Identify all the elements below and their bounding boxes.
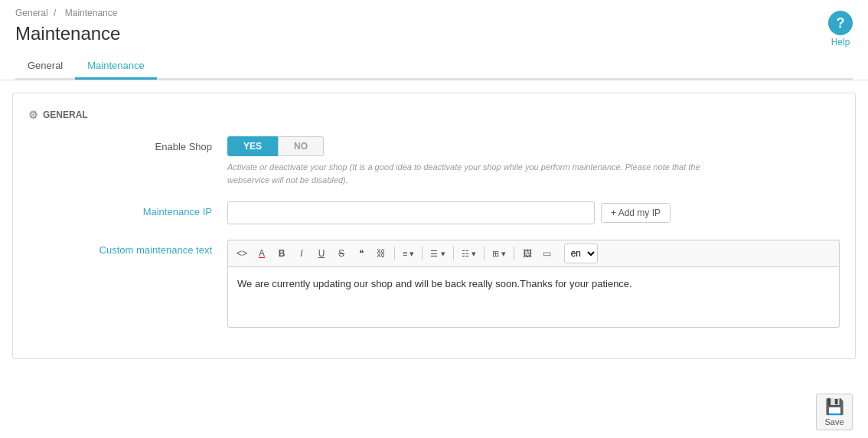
- image-icon[interactable]: 🖼: [518, 244, 537, 263]
- align-dropdown[interactable]: ≡ ▾: [399, 244, 418, 263]
- custom-text-label: Custom maintenance text: [28, 240, 227, 256]
- gear-icon: ⚙: [28, 109, 38, 121]
- save-area: 💾 Save: [816, 394, 853, 430]
- tab-maintenance[interactable]: Maintenance: [75, 54, 156, 80]
- breadcrumb-current: Maintenance: [65, 8, 118, 18]
- toolbar-sep-2: [422, 247, 423, 260]
- font-color-icon[interactable]: A: [253, 244, 271, 263]
- editor-toolbar: <> A B I U S ❝ ⛓ ≡ ▾ ☰ ▾ ☷ ▾: [227, 240, 840, 266]
- link-icon[interactable]: ⛓: [372, 244, 390, 263]
- unordered-list-dropdown[interactable]: ☰ ▾: [426, 244, 449, 263]
- breadcrumb-separator: /: [54, 8, 56, 18]
- language-select[interactable]: en: [564, 244, 598, 263]
- editor-content: We are currently updating our shop and w…: [237, 278, 632, 289]
- maintenance-ip-label: Maintenance IP: [28, 201, 227, 217]
- toolbar-sep-5: [514, 247, 514, 260]
- breadcrumb-parent[interactable]: General: [15, 8, 48, 18]
- enable-shop-help-text: Activate or deactivate your shop (It is …: [227, 161, 725, 186]
- save-icon: 💾: [825, 397, 844, 416]
- breadcrumb: General / Maintenance: [15, 8, 853, 18]
- custom-text-control: <> A B I U S ❝ ⛓ ≡ ▾ ☰ ▾ ☷ ▾: [227, 240, 840, 328]
- tab-general[interactable]: General: [15, 54, 75, 80]
- page-title: Maintenance: [15, 23, 853, 44]
- page-header: General / Maintenance Maintenance Genera…: [0, 0, 868, 80]
- toggle-yes-button[interactable]: YES: [227, 136, 278, 156]
- custom-text-row: Custom maintenance text <> A B I U S ❝ ⛓…: [28, 240, 840, 328]
- maintenance-ip-input[interactable]: [227, 201, 595, 224]
- help-button[interactable]: ? Help: [828, 11, 853, 47]
- maintenance-ip-control: + Add my IP: [227, 201, 840, 224]
- general-section: ⚙ GENERAL Enable Shop YES NO Activate or…: [12, 93, 856, 359]
- help-icon: ?: [828, 11, 853, 35]
- editor-body[interactable]: We are currently updating our shop and w…: [227, 266, 840, 328]
- help-label: Help: [831, 37, 850, 47]
- section-title: ⚙ GENERAL: [28, 109, 840, 121]
- enable-shop-toggle: YES NO: [227, 136, 840, 156]
- toggle-no-button[interactable]: NO: [278, 136, 324, 156]
- italic-icon[interactable]: I: [292, 244, 311, 263]
- enable-shop-row: Enable Shop YES NO Activate or deactivat…: [28, 136, 840, 186]
- maintenance-ip-row: Maintenance IP + Add my IP: [28, 201, 840, 224]
- toolbar-sep-1: [394, 247, 395, 260]
- toolbar-sep-3: [453, 247, 454, 260]
- save-button[interactable]: 💾 Save: [816, 394, 853, 430]
- add-ip-button[interactable]: + Add my IP: [601, 203, 671, 223]
- strikethrough-icon[interactable]: S: [332, 244, 351, 263]
- main-content: ⚙ GENERAL Enable Shop YES NO Activate or…: [0, 80, 868, 371]
- enable-shop-label: Enable Shop: [28, 136, 227, 152]
- code-icon[interactable]: <>: [233, 244, 251, 263]
- toolbar-sep-4: [484, 247, 485, 260]
- table-dropdown[interactable]: ⊞ ▾: [488, 244, 510, 263]
- blockquote-icon[interactable]: ❝: [352, 244, 370, 263]
- save-label: Save: [824, 417, 844, 427]
- video-icon[interactable]: ▭: [538, 244, 556, 263]
- enable-shop-control: YES NO Activate or deactivate your shop …: [227, 136, 840, 186]
- bold-icon[interactable]: B: [272, 244, 291, 263]
- ordered-list-dropdown[interactable]: ☷ ▾: [458, 244, 480, 263]
- underline-icon[interactable]: U: [312, 244, 331, 263]
- tab-bar: General Maintenance: [15, 54, 853, 80]
- ip-input-row: + Add my IP: [227, 201, 840, 224]
